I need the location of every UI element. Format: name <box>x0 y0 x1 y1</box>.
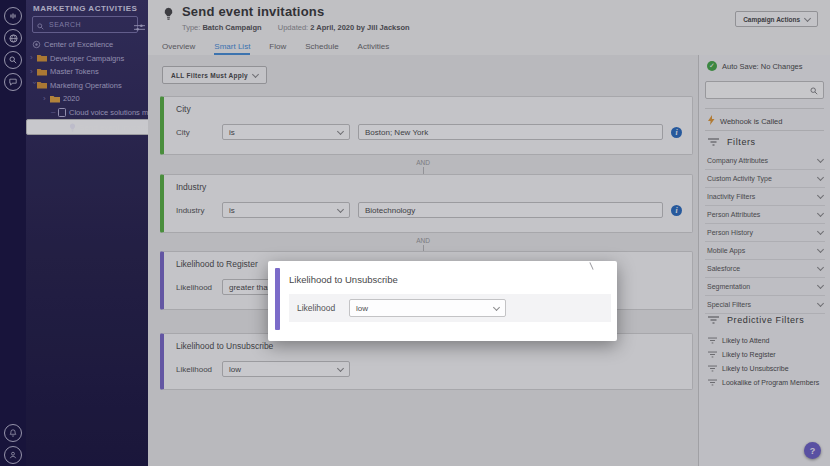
tab-flow[interactable]: Flow <box>269 38 286 55</box>
field-label: Likelihood <box>297 303 349 313</box>
card-title: Likelihood to Unsubscribe <box>176 341 273 351</box>
sidebar-title: MARKETING ACTIVITIES <box>33 4 137 13</box>
chevron-down-icon[interactable]: › <box>30 82 38 89</box>
divider <box>705 130 824 131</box>
filter-group-segmentation[interactable]: Segmentation <box>705 278 825 296</box>
filter-group-mobile-apps[interactable]: Mobile Apps <box>705 242 825 260</box>
filter-group-person-attributes[interactable]: Person Attributes <box>705 206 825 224</box>
chevron-down-icon <box>817 174 824 181</box>
operator-select[interactable]: is <box>222 202 350 218</box>
predictive-likely-to-attend[interactable]: Likely to Attend <box>708 333 825 347</box>
filter-group-custom-activity-type[interactable]: Custom Activity Type <box>705 170 825 188</box>
chevron-right-icon[interactable]: › <box>30 54 37 62</box>
funnel-icon <box>708 337 717 344</box>
operator-value: low <box>229 365 241 374</box>
filter-card-industry: Industry Industry is i <box>160 174 693 233</box>
globe-icon[interactable] <box>4 29 22 47</box>
chevron-right-icon[interactable]: › <box>30 68 37 76</box>
funnel-icon <box>708 365 717 372</box>
sidebar-search-input[interactable] <box>47 20 121 29</box>
chevron-down-icon <box>493 303 500 310</box>
campaign-actions-label: Campaign Actions <box>743 16 800 23</box>
filters-heading-label: Filters <box>727 137 756 147</box>
sidebar-search[interactable] <box>32 16 138 33</box>
app-window: MARKETING ACTIVITIES Center of Excellenc… <box>0 0 830 466</box>
filters-mode-button[interactable]: ALL Filters Must Apply <box>162 66 267 84</box>
bell-icon[interactable] <box>4 424 22 442</box>
autosave-label: Auto Save: No Changes <box>722 62 802 71</box>
broadcast-icon[interactable] <box>4 7 22 25</box>
filter-sliders-icon[interactable] <box>134 18 145 36</box>
panel-search[interactable] <box>705 81 824 99</box>
tree-item-developer-campaigns[interactable]: › Developer Campaigns <box>26 52 148 66</box>
modal-accent-bar <box>275 268 280 330</box>
field-label: Industry <box>176 206 222 215</box>
tree-label: 2020 <box>63 94 80 103</box>
group-label: Special Filters <box>707 301 751 308</box>
chevron-right-icon[interactable]: › <box>43 95 50 103</box>
likelihood-unsubscribe-modal: Likelihood to Unsubscribe Likelihood low <box>268 261 617 341</box>
predictive-filter-list: Likely to Attend Likely to Register Like… <box>708 333 825 389</box>
tab-schedule[interactable]: Schedule <box>305 38 338 55</box>
field-label: City <box>176 128 222 137</box>
icon-rail <box>0 0 26 466</box>
tree-item-send-event-invitations[interactable]: Send event invitations <box>26 119 148 135</box>
chevron-down-icon <box>817 246 824 253</box>
tree-item-marketing-operations[interactable]: › Marketing Operations <box>26 79 148 93</box>
filter-lines-icon <box>708 138 719 146</box>
likelihood-select[interactable]: low <box>349 299 506 317</box>
filter-group-special-filters[interactable]: Special Filters <box>705 296 825 314</box>
collapse-dash-icon[interactable]: – <box>51 108 58 116</box>
tab-overview[interactable]: Overview <box>162 38 195 55</box>
info-icon[interactable]: i <box>671 127 682 138</box>
page-title: Send event invitations <box>182 4 324 19</box>
tree-item-2020[interactable]: › 2020 <box>26 92 148 106</box>
group-label: Salesforce <box>707 265 740 272</box>
predictive-lookalike-program-members[interactable]: Lookalike of Program Members <box>708 375 825 389</box>
chevron-down-icon <box>817 156 824 163</box>
autosave-status: ✓ Auto Save: No Changes <box>707 61 802 71</box>
modal-title: Likelihood to Unsubscribe <box>289 274 398 285</box>
group-label: Inactivity Filters <box>707 193 755 200</box>
card-row: Industry is i <box>176 201 682 219</box>
panel-search-input[interactable] <box>711 86 810 95</box>
tree-item-master-tokens[interactable]: › Master Tokens <box>26 65 148 79</box>
webhook-status[interactable]: Webhook is Called <box>708 115 782 127</box>
predictive-label: Lookalike of Program Members <box>722 379 819 386</box>
predictive-likely-to-unsubscribe[interactable]: Likely to Unsubscribe <box>708 361 825 375</box>
chevron-down-icon <box>817 300 824 307</box>
search-icon <box>810 81 818 99</box>
type-value: Batch Campaign <box>202 23 261 32</box>
chat-icon[interactable] <box>4 73 22 91</box>
filter-group-inactivity-filters[interactable]: Inactivity Filters <box>705 188 825 206</box>
tree-label: Developer Campaigns <box>50 54 124 63</box>
user-icon[interactable] <box>4 446 22 464</box>
info-icon[interactable]: i <box>671 205 682 216</box>
help-button[interactable]: ? <box>804 442 821 459</box>
group-label: Segmentation <box>707 283 750 290</box>
tree-item-center-of-excellence[interactable]: Center of Excellence <box>26 38 148 52</box>
tree-label: Cloud voice solutions marke... <box>69 108 148 117</box>
operator-select[interactable]: is <box>222 124 350 140</box>
operator-select[interactable]: low <box>222 361 350 377</box>
predictive-label: Likely to Unsubscribe <box>722 365 789 372</box>
tab-smart-list[interactable]: Smart List <box>214 38 250 55</box>
filters-heading: Filters <box>708 137 756 147</box>
filter-group-company-attributes[interactable]: Company Attributes <box>705 152 825 170</box>
value-input[interactable] <box>358 124 663 140</box>
filter-group-salesforce[interactable]: Salesforce <box>705 260 825 278</box>
org-icon <box>32 40 41 49</box>
filters-mode-label: ALL Filters Must Apply <box>171 72 248 79</box>
chevron-down-icon <box>337 364 344 371</box>
card-title: Industry <box>176 182 206 192</box>
tree-item-cloud-voice-solutions[interactable]: – Cloud voice solutions marke... <box>26 106 148 120</box>
filter-group-list: Company Attributes Custom Activity Type … <box>705 152 825 314</box>
filter-group-person-history[interactable]: Person History <box>705 224 825 242</box>
marketing-activities-sidebar: MARKETING ACTIVITIES Center of Excellenc… <box>26 0 148 466</box>
value-input[interactable] <box>358 202 663 218</box>
campaign-actions-button[interactable]: Campaign Actions <box>735 11 818 27</box>
tab-activities[interactable]: Activities <box>358 38 390 55</box>
chevron-down-icon <box>817 264 824 271</box>
predictive-likely-to-register[interactable]: Likely to Register <box>708 347 825 361</box>
search-icon[interactable] <box>4 51 22 69</box>
